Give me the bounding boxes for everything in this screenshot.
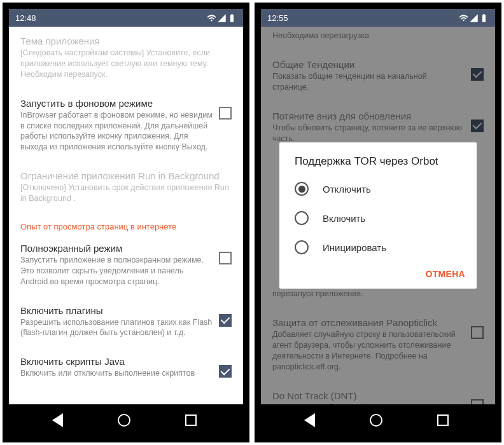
setting-limit-background: Ограничение приложения Run in Background… [9,161,243,213]
setting-javascript[interactable]: Включить скрипты Java Включить или отклю… [9,347,243,388]
setting-title: Ограничение приложения Run in Background [20,170,232,181]
section-browsing-experience: Опыт от просмотра страниц в интернете [9,213,243,234]
checkbox-plugins[interactable] [219,314,232,327]
checkbox-run-background[interactable] [219,107,232,120]
radio-label: Инициировать [323,242,386,253]
settings-list-dimmed: Необходима перезагрузка Общие Тенденции … [261,27,495,404]
battery-icon [227,13,237,23]
signal-icon [469,13,479,23]
dialog-overlay[interactable]: Поддержка TOR через Orbot Отключить Вклю… [261,27,495,404]
radio-option-disable[interactable]: Отключить [279,174,477,203]
tor-dialog: Поддержка TOR через Orbot Отключить Вклю… [279,142,477,289]
radio-option-enable[interactable]: Включить [279,203,477,233]
setting-desc: Включить или отключить выполнение скрипт… [20,368,213,379]
setting-title: Включить плагины [20,305,213,316]
radio-option-initiate[interactable]: Инициировать [279,233,477,262]
setting-desc: InBrowser работает в фоновом режиме, но … [20,110,213,153]
settings-list: Тема приложения [Следовать настройкам си… [9,27,243,404]
cancel-button[interactable]: ОТМЕНА [426,269,465,279]
wifi-icon [207,13,216,23]
statusbar: 12:55 [261,9,495,27]
checkbox-fullscreen[interactable] [219,252,232,264]
setting-title: Полноэкранный режим [20,243,213,254]
phone-right: 12:55 Необходима перезагрузка Общие Тенд… [255,3,501,442]
setting-desc: [Отключено] Установить срок действия при… [20,182,232,204]
setting-title: Включить скрипты Java [20,356,213,367]
checkbox-javascript[interactable] [219,365,232,378]
back-button[interactable] [52,413,63,427]
android-navbar [9,404,243,436]
radio-label: Отключить [323,184,371,195]
setting-desc: [Следовать настройкам системы] Установит… [20,48,232,80]
screen-left: 12:48 Тема приложения [Следовать настрой… [9,9,243,404]
home-button[interactable] [118,414,130,427]
phone-left: 12:48 Тема приложения [Следовать настрой… [3,3,249,442]
radio-label: Включить [323,213,365,224]
status-icons [459,13,489,23]
screen-right: 12:55 Необходима перезагрузка Общие Тенд… [261,9,495,404]
dialog-title: Поддержка TOR через Orbot [279,155,477,174]
setting-theme[interactable]: Тема приложения [Следовать настройкам си… [9,27,243,89]
home-button[interactable] [370,414,382,427]
status-icons [207,13,237,23]
setting-fullscreen[interactable]: Полноэкранный режим Запустить приложение… [9,234,243,296]
radio-icon[interactable] [295,182,309,196]
radio-icon[interactable] [295,240,309,254]
signal-icon [217,13,227,23]
android-navbar [261,404,495,436]
statusbar: 12:48 [9,9,243,27]
setting-desc: Запустить приложение в полноэкранном реж… [20,255,213,287]
setting-plugins[interactable]: Включить плагины Разрешить использование… [9,296,243,348]
setting-run-background[interactable]: Запустить в фоновом режиме InBrowser раб… [9,89,243,162]
battery-icon [479,13,489,23]
setting-title: Тема приложения [20,36,232,46]
clock: 12:55 [267,13,288,23]
wifi-icon [459,13,468,23]
recents-button[interactable] [437,414,449,426]
back-button[interactable] [304,413,315,427]
setting-desc: Разрешить использование плагинов таких к… [20,317,213,339]
setting-title: Запустить в фоновом режиме [20,98,213,109]
radio-icon[interactable] [295,211,309,225]
clock: 12:48 [15,13,36,23]
recents-button[interactable] [185,414,197,426]
